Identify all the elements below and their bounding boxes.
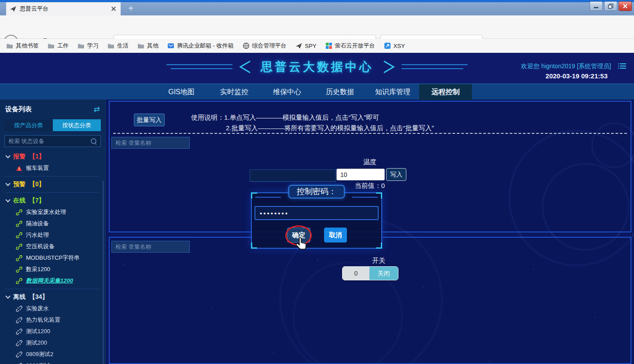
device-status-icon	[16, 340, 22, 346]
device-tree-row[interactable]: 空压机设备	[0, 241, 105, 252]
page-content: 思普云大数据中心 欢迎您 hignton2019 [系统管理员] 2020-03…	[0, 53, 634, 364]
device-tree-row[interactable]: 实验废水	[0, 303, 105, 314]
bookmark-item[interactable]: SPY	[295, 42, 317, 49]
bookmark-item[interactable]: XSY	[384, 42, 405, 49]
temperature-value-input[interactable]	[336, 169, 385, 180]
bookmark-icon	[107, 42, 114, 49]
switch-state-button[interactable]: 关闭	[369, 267, 398, 280]
device-tree-row[interactable]: 0909测试	[0, 360, 105, 364]
bookmark-item[interactable]: 其他	[137, 42, 158, 50]
cancel-button[interactable]: 取消	[324, 228, 347, 243]
tab-by-product[interactable]: 按产品分类	[4, 119, 53, 131]
bookmark-icon	[48, 42, 55, 49]
chevron-down-icon[interactable]	[5, 197, 10, 202]
chevron-down-icon[interactable]	[5, 294, 10, 298]
device-tree-row[interactable]: 测试200	[0, 337, 105, 349]
batch-write-button[interactable]: 批量写入	[134, 114, 165, 126]
bookmark-label: 萤石云开放平台	[335, 42, 375, 50]
device-tree-row[interactable]	[0, 190, 105, 195]
sidebar-collapse-icon[interactable]: ⇄	[94, 105, 100, 114]
device-tree-row[interactable]: 数采1200	[0, 264, 105, 275]
bookmark-icon	[384, 42, 391, 49]
bookmarks-bar: 其他书签 工作 学习 生活 其他 腾讯企业邮箱 - 收件箱 综合管理平台	[0, 39, 634, 53]
title-left-decoration	[166, 60, 254, 74]
switch-control[interactable]: 0 关闭	[342, 266, 398, 280]
bookmark-label: 学习	[87, 42, 99, 50]
device-label: 猴车装置	[26, 164, 49, 172]
chevron-down-icon[interactable]	[5, 181, 10, 186]
device-tree-row[interactable]: 隔油设备	[0, 218, 105, 229]
nav-tab[interactable]: 知识库管理	[366, 84, 419, 100]
device-tree-row[interactable]: 数据网关采集1200	[0, 275, 105, 287]
user-menu-icon[interactable]	[618, 63, 626, 69]
bookmark-item[interactable]: 其他书签	[6, 42, 39, 50]
device-label: 污水处理	[26, 231, 49, 239]
bookmark-item[interactable]: 萤石云开放平台	[325, 42, 375, 50]
bookmark-item[interactable]: 工作	[48, 42, 69, 50]
device-tree-row[interactable]: 测试1200	[0, 326, 105, 337]
device-tree-row[interactable]: 预警 【0】	[0, 179, 105, 190]
nav-tab[interactable]: 历史数据	[313, 84, 366, 100]
tab-close-icon[interactable]	[110, 5, 117, 12]
device-tree-row[interactable]: 污水处理	[0, 229, 105, 241]
device-label: 预警	[13, 180, 26, 188]
hand-cursor-icon	[295, 237, 308, 253]
page-title: 思普云大数据中心	[261, 59, 373, 75]
device-count: 【34】	[29, 293, 48, 301]
device-tree-row[interactable]: MODBUSTCP字符串	[0, 252, 105, 264]
tab-favicon	[10, 5, 17, 12]
sidebar-title: 设备列表	[5, 105, 32, 114]
device-label: 实验室废水处理	[26, 208, 66, 216]
tab-by-status[interactable]: 按状态分类	[53, 119, 101, 131]
restore-button[interactable]	[604, 1, 617, 11]
nav-tab[interactable]: 维保中心	[261, 84, 313, 100]
chevron-down-icon[interactable]	[5, 153, 10, 158]
variable-search-input-2[interactable]: 检索 变量名称	[111, 241, 190, 253]
browser-tab[interactable]: 思普云平台	[6, 2, 121, 15]
device-status-icon	[16, 351, 22, 358]
device-tree-row[interactable]: 在线 【7】	[0, 195, 105, 206]
bookmark-label: 腾讯企业邮箱 - 收件箱	[177, 42, 234, 50]
password-input[interactable]	[254, 206, 379, 220]
device-label: 数据网关采集1200	[26, 277, 73, 285]
window-controls	[590, 1, 632, 11]
bookmark-label: SPY	[305, 43, 317, 49]
nav-tab[interactable]: 实时监控	[208, 84, 261, 100]
device-search-input[interactable]: 检索 状态设备	[4, 135, 101, 147]
bookmark-item[interactable]: 腾讯企业邮箱 - 收件箱	[167, 42, 234, 50]
new-tab-button[interactable]: +	[125, 3, 136, 15]
close-button[interactable]	[619, 1, 632, 11]
device-tree-row[interactable]: 离线 【34】	[0, 291, 105, 303]
bookmark-icon	[137, 42, 144, 49]
bookmark-label: 综合管理平台	[252, 42, 287, 50]
device-label: 空压机设备	[26, 243, 55, 250]
welcome-user-text[interactable]: 欢迎您 hignton2019 [系统管理员]	[521, 63, 611, 70]
device-tree-row[interactable]: 热力氧化装置	[0, 314, 105, 326]
nav-tab[interactable]: 远程控制	[419, 84, 472, 100]
usage-instructions: 使用说明：1.单点写入————模拟量输入值后，点击“写入”即可 2.批量写入——…	[191, 112, 434, 133]
device-tree-row[interactable]	[0, 287, 105, 291]
pill-decoration	[255, 197, 281, 198]
bookmark-item[interactable]: 学习	[77, 42, 99, 50]
bookmark-item[interactable]: 生活	[107, 42, 129, 50]
device-status-icon	[16, 363, 22, 364]
device-label: MODBUSTCP字符串	[26, 254, 80, 262]
device-tree-row[interactable]	[0, 174, 105, 179]
switch-value: 0	[343, 267, 369, 280]
sidebar-scrollbar[interactable]	[103, 181, 104, 364]
variable-search-input[interactable]: 检索 变量名称	[111, 137, 190, 149]
minimize-button[interactable]	[590, 1, 603, 11]
device-label: 隔油设备	[26, 220, 49, 228]
write-button[interactable]: 写入	[386, 168, 406, 181]
device-status-icon	[16, 255, 22, 261]
device-status-icon	[16, 328, 22, 335]
device-tree-row[interactable]: 0809测试2	[0, 349, 105, 360]
device-tree-row[interactable]: 实验室废水处理	[0, 206, 105, 218]
device-tree-row[interactable]: 猴车装置	[0, 162, 105, 174]
bookmark-icon	[243, 42, 250, 49]
bookmark-item[interactable]: 综合管理平台	[243, 42, 287, 50]
device-tree-row[interactable]: 报警 【1】	[0, 151, 105, 162]
bookmark-icon	[6, 42, 13, 49]
device-status-icon	[16, 305, 22, 312]
nav-tab[interactable]: GIS地图	[155, 84, 208, 100]
